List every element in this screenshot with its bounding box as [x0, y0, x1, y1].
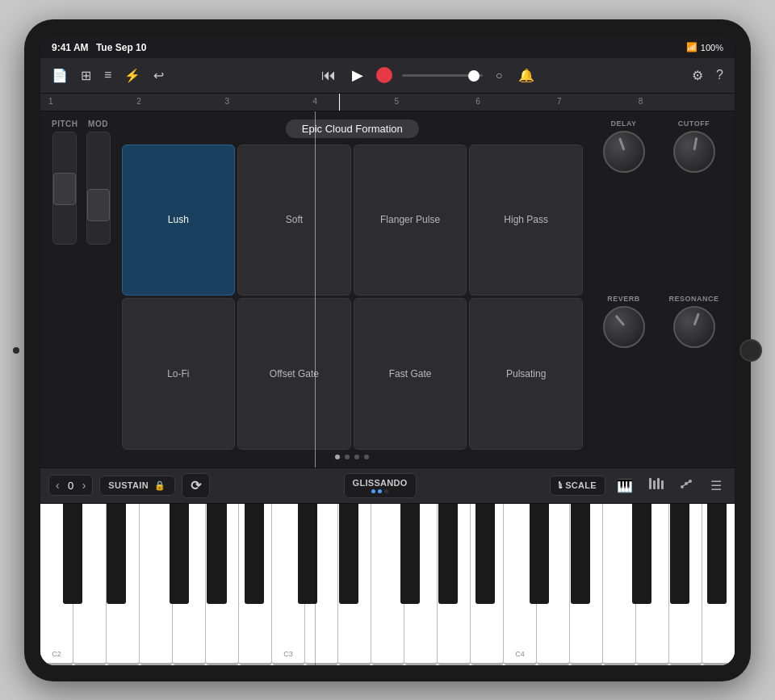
pitch-thumb[interactable] [53, 173, 76, 205]
ruler-mark-8: 8 [639, 97, 643, 106]
black-key-fs4[interactable] [632, 504, 651, 604]
mixer-icon[interactable]: ≡ [101, 66, 115, 84]
pad-high-pass[interactable]: High Pass [469, 145, 583, 296]
timeline-slider[interactable] [402, 74, 483, 77]
octave-up-button[interactable]: › [81, 479, 88, 492]
undo-button[interactable]: ↩ [150, 66, 167, 85]
play-button[interactable]: ▶ [349, 65, 367, 86]
home-button[interactable] [739, 339, 762, 362]
metronome-icon[interactable]: 🔔 [515, 66, 538, 85]
arpeggio-button[interactable]: ⟳ [182, 473, 210, 498]
black-key-as2[interactable] [245, 504, 264, 604]
patch-name: Epic Cloud Formation [286, 119, 419, 138]
new-file-icon[interactable]: 📄 [48, 66, 71, 85]
instrument-area: PITCH MOD [40, 111, 735, 467]
scale-label: SCALE [565, 480, 597, 490]
black-key-cs3[interactable] [298, 504, 317, 604]
white-key-f2[interactable] [140, 504, 173, 665]
pad-flanger-pulse-label: Flanger Pulse [380, 214, 440, 225]
black-key-as3[interactable] [475, 504, 495, 604]
pad-soft[interactable]: Soft [237, 145, 351, 296]
svg-rect-0 [649, 478, 651, 489]
octave-control: ‹ 0 › [48, 475, 93, 496]
black-key-cs4[interactable] [530, 504, 549, 604]
cutoff-knob[interactable] [673, 131, 715, 173]
c2-label: C2 [52, 650, 61, 658]
keyboard-section[interactable]: C2 C3 [40, 504, 735, 665]
black-key-fs2[interactable] [170, 504, 189, 604]
time-display: 9:41 AM [52, 42, 89, 53]
sustain-button[interactable]: SUSTAIN 🔒 [99, 476, 174, 496]
black-key-fs3[interactable] [400, 504, 420, 604]
reverb-knob[interactable] [603, 306, 645, 348]
pad-lo-fi[interactable]: Lo-Fi [122, 298, 236, 450]
pad-offset-gate[interactable]: Offset Gate [237, 298, 351, 450]
pad-lush[interactable]: Lush [122, 145, 236, 296]
chord-button[interactable] [644, 475, 668, 496]
octave-value: 0 [65, 480, 78, 492]
white-key-f3[interactable] [371, 504, 404, 665]
black-key-as4[interactable] [707, 504, 727, 604]
reverb-knob-container: REVERB [594, 295, 653, 459]
ruler-mark-6: 6 [475, 97, 480, 106]
mod-slider[interactable] [86, 132, 111, 245]
pad-flanger-pulse[interactable]: Flanger Pulse [354, 145, 467, 296]
scale-icon: 𝅘𝅥𝅮𝅘𝅥𝅮 [559, 480, 559, 490]
loop-icon[interactable]: ○ [492, 67, 505, 83]
help-button[interactable]: ? [713, 66, 727, 84]
black-key-gs2[interactable] [207, 504, 226, 604]
pad-lo-fi-label: Lo-Fi [167, 368, 189, 379]
cutoff-knob-container: CUTOFF [664, 119, 723, 284]
pitch-slider-container: PITCH [52, 119, 78, 245]
reverb-label: REVERB [607, 295, 640, 303]
side-button [13, 347, 19, 354]
pad-pulsating-label: Pulsating [506, 368, 546, 379]
battery-display: 100% [701, 43, 723, 52]
c3-label: C3 [283, 650, 293, 658]
glissando-label: GLISSANDO [353, 478, 408, 488]
gliss-dot-1 [371, 489, 375, 493]
black-key-gs3[interactable] [438, 504, 458, 604]
dot-4 [364, 455, 369, 459]
playhead-ruler [339, 94, 340, 111]
black-key-ds3[interactable] [339, 504, 358, 604]
pitch-slider[interactable] [52, 132, 77, 245]
pad-soft-label: Soft [286, 214, 303, 225]
black-key-ds4[interactable] [571, 504, 590, 604]
delay-label: DELAY [610, 119, 636, 128]
scale-button[interactable]: 𝅘𝅥𝅮𝅘𝅥𝅮 SCALE [550, 476, 605, 496]
gliss-dot-3 [384, 489, 388, 493]
glissando-button[interactable]: GLISSANDO [344, 473, 417, 498]
cutoff-label: CUTOFF [678, 119, 710, 128]
pad-fast-gate[interactable]: Fast Gate [354, 298, 467, 450]
arpeggio-pattern-button[interactable] [675, 475, 699, 496]
ruler-mark-4: 4 [313, 97, 318, 106]
main-content: PITCH MOD [40, 111, 735, 665]
settings-view-button[interactable]: ☰ [706, 475, 727, 497]
ruler-mark-7: 7 [557, 97, 562, 106]
resonance-knob[interactable] [673, 306, 715, 348]
tracks-icon[interactable]: ⊞ [78, 66, 94, 85]
pitch-label: PITCH [52, 119, 78, 128]
black-key-gs4[interactable] [670, 504, 689, 604]
arpeggio-icon: ⟳ [191, 479, 201, 493]
black-key-ds2[interactable] [107, 504, 126, 604]
mod-thumb[interactable] [87, 189, 110, 221]
keyboard-view-button[interactable]: 🎹 [612, 475, 638, 497]
pad-lush-label: Lush [168, 214, 189, 225]
white-key-f4[interactable] [603, 504, 636, 665]
record-button[interactable] [376, 67, 392, 83]
pad-pulsating[interactable]: Pulsating [469, 298, 583, 450]
pads-grid: Lush Soft Flanger Pulse High Pass Lo-Fi [122, 145, 584, 450]
black-key-cs2[interactable] [63, 504, 82, 604]
delay-knob[interactable] [603, 131, 645, 173]
white-keys: C2 C3 [40, 504, 735, 665]
slider-group: PITCH MOD [52, 119, 111, 245]
octave-down-button[interactable]: ‹ [54, 479, 61, 492]
ruler-mark-2: 2 [136, 97, 141, 106]
smart-controls-icon[interactable]: ⚡ [121, 66, 144, 85]
gliss-dot-2 [378, 489, 382, 493]
settings-button[interactable]: ⚙ [689, 66, 706, 85]
sliders-section: PITCH MOD [52, 119, 111, 459]
rewind-button[interactable]: ⏮ [318, 65, 339, 86]
